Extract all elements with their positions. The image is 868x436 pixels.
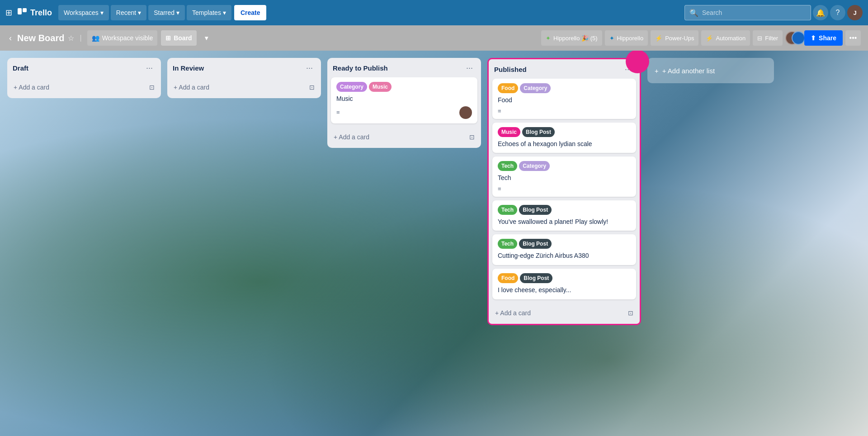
board-view-button[interactable]: ⊞ Board — [161, 30, 196, 46]
workspaces-button[interactable]: Workspaces ▾ — [58, 5, 109, 20]
grid-icon[interactable]: ⊞ — [5, 8, 12, 18]
board-title: New Board — [17, 33, 64, 43]
tag-music: Music — [369, 82, 392, 92]
share-button[interactable]: ⬆ Share — [804, 30, 843, 46]
tag-category-food: Category — [520, 83, 551, 93]
card-tags-planet: Tech Blog Post — [498, 205, 631, 215]
tag-blog-cheese: Blog Post — [520, 273, 552, 283]
list-published: Published ··· Food Category Food ≡ — [487, 58, 641, 325]
card-food[interactable]: Food Category Food ≡ — [492, 79, 636, 119]
search-box[interactable]: 🔍 — [684, 5, 811, 20]
card-avatar-music — [459, 106, 472, 119]
tag-blog-echoes: Blog Post — [522, 127, 555, 137]
card-footer-music: ≡ — [336, 106, 472, 119]
recent-button[interactable]: Recent ▾ — [111, 5, 146, 20]
card-title-food: Food — [498, 96, 631, 105]
user-avatar[interactable]: J — [847, 5, 863, 20]
svg-rect-1 — [23, 8, 27, 12]
published-list-wrapper: Published ··· Food Category Food ≡ — [487, 58, 641, 325]
card-title-cheese: I love cheese, especially... — [498, 286, 631, 295]
starred-button[interactable]: Starred ▾ — [148, 5, 185, 20]
tag-blog-planet: Blog Post — [519, 205, 552, 215]
help-button[interactable]: ? — [830, 5, 845, 20]
desc-icon: ≡ — [336, 109, 340, 116]
list-footer-draft: + Add a card ⊡ — [7, 77, 161, 98]
card-title-music: Music — [336, 95, 472, 104]
more-options-button[interactable]: ••• — [845, 30, 861, 46]
templates-button[interactable]: Templates ▾ — [187, 5, 231, 20]
hipporello2-button[interactable]: ✦ Hipporello — [605, 30, 648, 46]
add-list-icon: + — [655, 67, 659, 75]
automation-button[interactable]: ⚡ Automation — [701, 30, 750, 46]
tag-tech-planet: Tech — [498, 205, 517, 215]
list-ready-to-publish: Ready to Publish ··· Category Music Musi… — [327, 58, 481, 148]
hipporello-button[interactable]: ✦ Hipporello 🎉 (5) — [541, 30, 602, 46]
list-menu-in-review[interactable]: ··· — [303, 62, 316, 74]
add-card-in-review[interactable]: + Add a card ⊡ — [171, 80, 317, 95]
trello-logo[interactable]: Trello — [17, 7, 52, 18]
card-tags-zurich: Tech Blog Post — [498, 239, 631, 249]
tag-category: Category — [336, 82, 367, 92]
desc-icon-food: ≡ — [498, 108, 501, 114]
board-header: ‹ New Board ☆ | 👥 Workspace visible ⊞ Bo… — [0, 25, 868, 51]
create-button[interactable]: Create — [234, 5, 267, 20]
copy-icon-draft: ⊡ — [149, 84, 155, 91]
back-button[interactable]: ‹ — [7, 32, 14, 45]
card-footer-tech-cat: ≡ — [498, 185, 631, 192]
copy-icon-rtp: ⊡ — [469, 133, 475, 141]
search-input[interactable] — [702, 9, 802, 16]
tag-blog-zurich: Blog Post — [519, 239, 552, 249]
search-icon: 🔍 — [689, 9, 698, 17]
logo-text: Trello — [30, 8, 52, 18]
card-tags-echoes: Music Blog Post — [498, 127, 631, 137]
tag-food-cheese: Food — [498, 273, 518, 283]
tag-food: Food — [498, 83, 518, 93]
svg-rect-0 — [18, 8, 22, 14]
add-card-rtp[interactable]: + Add a card ⊡ — [331, 130, 477, 144]
list-draft: Draft ··· + Add a card ⊡ — [7, 58, 161, 98]
card-title-planet: You've swallowed a planet! Play slowly! — [498, 218, 631, 227]
add-card-published[interactable]: + Add a card ⊡ — [492, 306, 636, 320]
card-music[interactable]: Category Music Music ≡ — [331, 77, 477, 123]
list-menu-rtp[interactable]: ··· — [463, 62, 476, 74]
desc-icon-tech-cat: ≡ — [498, 185, 501, 192]
card-zurich[interactable]: Tech Blog Post Cutting-edge Zürich Airbu… — [492, 234, 636, 265]
card-footer-food: ≡ — [498, 108, 631, 114]
card-echoes[interactable]: Music Blog Post Echoes of a hexagon lydi… — [492, 123, 636, 153]
copy-icon-in-review: ⊡ — [309, 84, 315, 91]
list-header-rtp: Ready to Publish ··· — [327, 58, 481, 77]
list-body-rtp: Category Music Music ≡ — [327, 77, 481, 127]
list-title-rtp: Ready to Publish — [333, 64, 388, 72]
list-title-in-review: In Review — [173, 64, 204, 72]
tag-category-tech: Category — [519, 161, 550, 171]
tag-tech-zurich: Tech — [498, 239, 517, 249]
list-header-published: Published ··· — [489, 59, 640, 79]
view-options-button[interactable]: ▾ — [200, 30, 212, 46]
filter-button[interactable]: ⊟ Filter — [753, 30, 783, 46]
board-background: Draft ··· + Add a card ⊡ In Review ··· +… — [0, 51, 868, 436]
list-menu-draft[interactable]: ··· — [143, 62, 156, 74]
member-avatar-2[interactable] — [792, 31, 805, 45]
card-planet[interactable]: Tech Blog Post You've swallowed a planet… — [492, 200, 636, 231]
power-ups-button[interactable]: ⚡ Power-Ups — [651, 30, 698, 46]
notifications-button[interactable]: 🔔 — [813, 5, 828, 20]
list-in-review: In Review ··· + Add a card ⊡ — [167, 58, 321, 98]
hipporello-icon: ✦ — [546, 35, 551, 42]
workspace-icon: 👥 — [92, 34, 99, 42]
list-body-published: Food Category Food ≡ Music Blog Post — [489, 79, 640, 303]
lists-container: Draft ··· + Add a card ⊡ In Review ··· +… — [0, 51, 868, 436]
add-card-draft[interactable]: + Add a card ⊡ — [11, 80, 157, 95]
card-cheese[interactable]: Food Blog Post I love cheese, especially… — [492, 269, 636, 299]
pink-circle-indicator — [626, 51, 649, 73]
card-title-tech-cat: Tech — [498, 174, 631, 183]
card-tags-food: Food Category — [498, 83, 631, 93]
add-list-button[interactable]: + + Add another list — [647, 58, 774, 83]
filter-icon: ⊟ — [757, 35, 762, 42]
tag-music-echoes: Music — [498, 127, 520, 137]
powerups-icon: ⚡ — [655, 35, 662, 42]
star-button[interactable]: ☆ — [68, 34, 74, 43]
list-footer-published: + Add a card ⊡ — [489, 303, 640, 324]
card-tech-category[interactable]: Tech Category Tech ≡ — [492, 156, 636, 197]
workspace-visibility-button[interactable]: 👥 Workspace visible — [87, 30, 158, 46]
list-footer-in-review: + Add a card ⊡ — [167, 77, 321, 98]
